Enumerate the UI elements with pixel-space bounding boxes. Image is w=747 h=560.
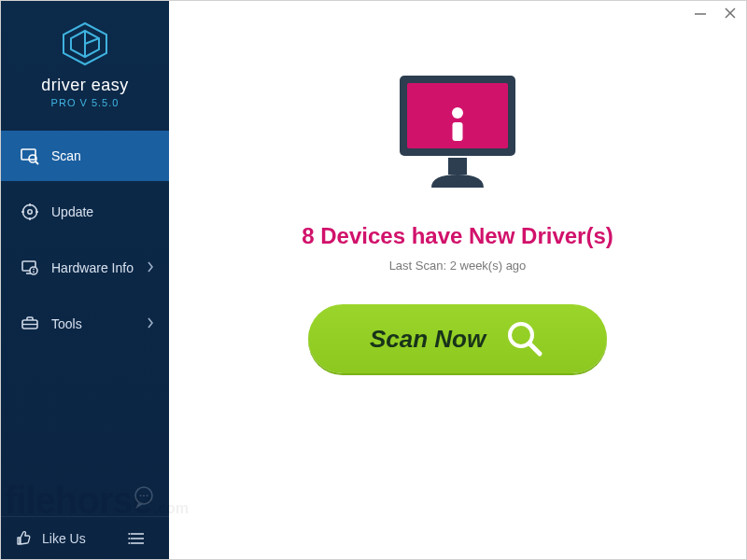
svg-point-26 — [147, 495, 148, 497]
close-button[interactable] — [724, 7, 737, 20]
brand-version: PRO V 5.5.0 — [1, 97, 169, 108]
brand-block: driver easy PRO V 5.5.0 — [1, 1, 169, 121]
window-controls — [694, 7, 737, 20]
svg-point-25 — [143, 495, 145, 497]
status-monitor-illustration — [383, 68, 532, 203]
update-icon — [20, 202, 40, 222]
sidebar-nav: Scan Update Hardware Info — [1, 131, 169, 349]
svg-point-20 — [33, 268, 35, 270]
sidebar-item-label: Update — [51, 204, 93, 219]
app-window: driver easy PRO V 5.5.0 Scan Update — [0, 0, 747, 560]
svg-point-30 — [128, 532, 130, 534]
svg-line-6 — [85, 38, 99, 44]
chevron-right-icon — [147, 260, 154, 275]
like-us-button[interactable]: Like Us — [42, 531, 86, 546]
bottom-bar: Like Us — [1, 516, 169, 559]
magnifier-icon — [504, 318, 545, 359]
svg-point-32 — [128, 541, 130, 543]
sidebar-item-label: Tools — [51, 316, 82, 331]
status-headline: 8 Devices have New Driver(s) — [302, 223, 613, 249]
tools-icon — [20, 314, 40, 334]
sidebar-item-scan[interactable]: Scan — [1, 131, 169, 181]
thumbs-up-icon — [14, 529, 33, 548]
svg-point-31 — [128, 537, 130, 539]
brand-name: driver easy — [1, 76, 169, 95]
content-area: 8 Devices have New Driver(s) Last Scan: … — [169, 1, 746, 559]
last-scan-label: Last Scan: 2 week(s) ago — [389, 259, 527, 273]
scan-now-label: Scan Now — [370, 325, 486, 354]
sidebar: driver easy PRO V 5.5.0 Scan Update — [1, 1, 169, 559]
svg-point-18 — [30, 267, 37, 274]
brand-logo-icon — [60, 53, 110, 69]
chevron-right-icon — [147, 316, 154, 331]
scan-icon — [20, 146, 40, 166]
svg-line-39 — [529, 343, 540, 354]
svg-rect-35 — [448, 158, 467, 175]
svg-line-9 — [35, 161, 38, 164]
svg-rect-37 — [453, 122, 463, 141]
sidebar-item-label: Hardware Info — [51, 260, 134, 275]
svg-point-10 — [23, 205, 37, 219]
svg-point-24 — [140, 495, 142, 497]
sidebar-item-tools[interactable]: Tools — [1, 299, 169, 349]
svg-point-11 — [28, 210, 32, 214]
minimize-button[interactable] — [694, 7, 707, 20]
sidebar-item-update[interactable]: Update — [1, 187, 169, 237]
sidebar-item-hardware-info[interactable]: Hardware Info — [1, 243, 169, 293]
chat-bubble-icon — [132, 484, 156, 512]
scan-now-button[interactable]: Scan Now — [308, 304, 607, 373]
menu-icon[interactable] — [128, 529, 147, 548]
hardware-info-icon — [20, 258, 40, 278]
svg-point-36 — [452, 107, 463, 119]
sidebar-item-label: Scan — [51, 148, 81, 163]
